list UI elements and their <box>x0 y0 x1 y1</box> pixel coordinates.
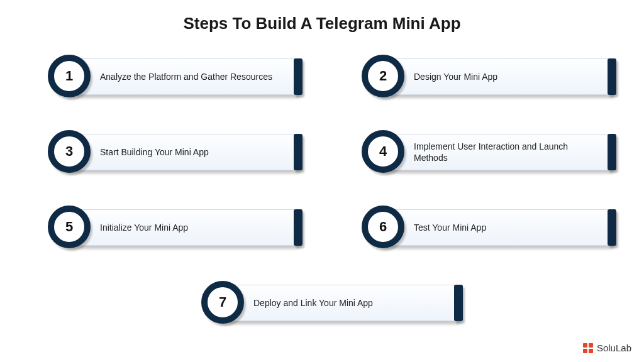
step-4: Implement User Interaction and Launch Me… <box>344 126 614 177</box>
step-bar: Initialize Your Mini App <box>64 209 299 246</box>
step-label: Analyze the Platform and Gather Resource… <box>100 71 272 82</box>
step-5: Initialize Your Mini App 5 <box>30 202 300 252</box>
step-number-badge: 4 <box>362 130 404 173</box>
step-3: Start Building Your Mini App 3 <box>30 126 300 177</box>
step-end-tab <box>608 58 616 95</box>
step-number-badge: 2 <box>362 55 404 97</box>
page-title: Steps To Build A Telegram Mini App <box>0 0 644 40</box>
step-number-badge: 5 <box>48 206 91 248</box>
step-label: Test Your Mini App <box>414 222 486 233</box>
step-bar: Design Your Mini App <box>378 58 613 95</box>
step-label: Deploy and Link Your Mini App <box>253 297 373 309</box>
step-end-tab <box>608 209 616 246</box>
step-end-tab <box>294 58 303 95</box>
step-bar: Analyze the Platform and Gather Resource… <box>64 58 299 95</box>
step-6: Test Your Mini App 6 <box>344 202 614 252</box>
step-number-badge: 1 <box>48 55 91 97</box>
step-label: Initialize Your Mini App <box>100 222 188 233</box>
step-bar: Deploy and Link Your Mini App <box>218 285 459 321</box>
step-label: Implement User Interaction and Launch Me… <box>414 141 593 163</box>
step-end-tab <box>294 209 303 246</box>
step-bar: Test Your Mini App <box>378 209 613 246</box>
step-2: Design Your Mini App 2 <box>344 51 614 101</box>
step-label: Start Building Your Mini App <box>100 146 209 158</box>
step-1: Analyze the Platform and Gather Resource… <box>30 51 300 101</box>
step-number-badge: 3 <box>48 130 91 173</box>
brand-logo: SoluLab <box>583 343 631 353</box>
step-number-badge: 6 <box>362 206 404 248</box>
brand-icon <box>583 343 593 353</box>
step-number-badge: 7 <box>201 281 244 324</box>
steps-grid: Analyze the Platform and Gather Resource… <box>0 40 644 327</box>
brand-name: SoluLab <box>597 343 631 353</box>
step-end-tab <box>608 134 616 170</box>
step-7: Deploy and Link Your Mini App 7 <box>184 277 460 327</box>
step-end-tab <box>454 285 463 321</box>
step-bar: Implement User Interaction and Launch Me… <box>378 134 613 170</box>
step-end-tab <box>294 134 303 170</box>
step-label: Design Your Mini App <box>414 71 497 82</box>
step-bar: Start Building Your Mini App <box>64 134 299 170</box>
